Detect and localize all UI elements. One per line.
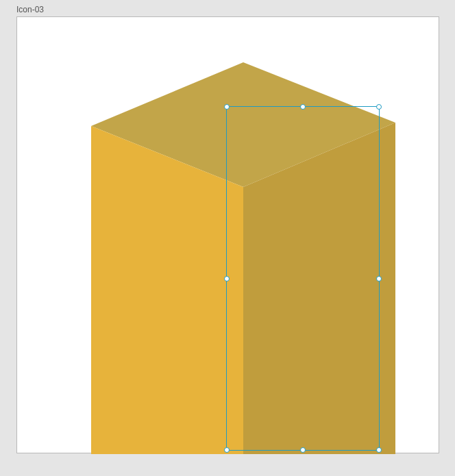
design-frame[interactable] (16, 16, 439, 453)
selection-handle-bottom-left[interactable] (224, 447, 230, 453)
selection-handle-top-right[interactable] (376, 104, 382, 110)
selection-handle-top-middle[interactable] (300, 104, 306, 110)
frame-label[interactable]: Icon-03 (16, 5, 44, 14)
artboard[interactable] (32, 32, 425, 439)
selection-handle-top-left[interactable] (224, 104, 230, 110)
selection-handle-middle-right[interactable] (376, 276, 382, 281)
cube-shape[interactable] (91, 62, 395, 454)
selection-handle-bottom-middle[interactable] (300, 447, 306, 453)
selection-handle-bottom-right[interactable] (376, 447, 382, 453)
selection-handle-middle-left[interactable] (224, 276, 230, 281)
